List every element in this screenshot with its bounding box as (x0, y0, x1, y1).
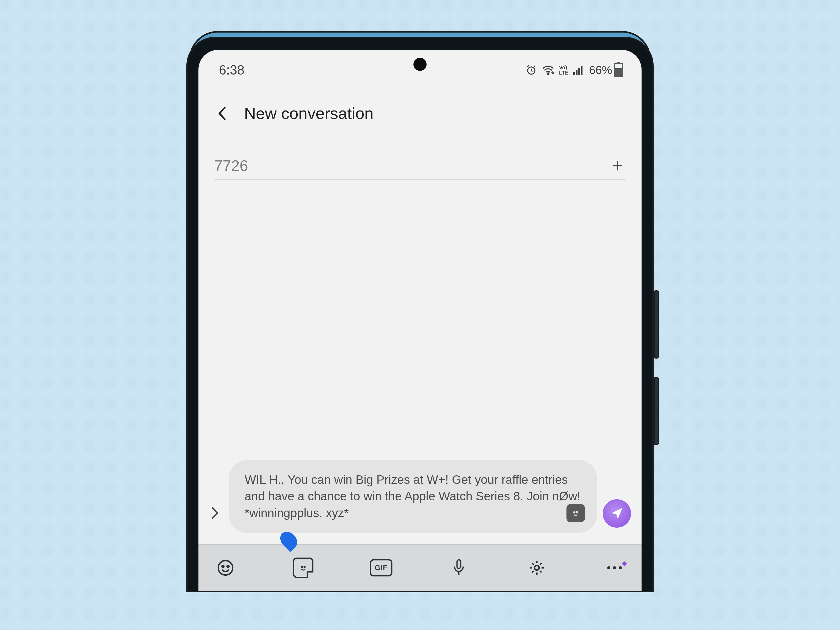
screen: 6:38 (199, 50, 641, 591)
expand-button[interactable] (206, 505, 223, 521)
keyboard-toolbar: GIF (199, 545, 641, 591)
svg-rect-3 (576, 70, 577, 75)
svg-point-11 (302, 566, 303, 567)
svg-point-1 (547, 73, 549, 74)
side-button-volume (654, 291, 659, 358)
svg-point-7 (576, 512, 578, 513)
svg-point-6 (573, 512, 575, 513)
volte-icon: Vo) LTE (559, 65, 568, 75)
conversation-area: WIL H., You can win Big Prizes at W+! Ge… (199, 180, 641, 545)
compose-row: WIL H., You can win Big Prizes at W+! Ge… (206, 460, 631, 533)
battery-percent: 66% (589, 63, 612, 77)
svg-point-10 (227, 565, 229, 567)
svg-point-9 (222, 565, 224, 567)
svg-point-8 (218, 561, 233, 575)
phone-frame: 6:38 (186, 37, 654, 592)
svg-rect-2 (573, 72, 575, 75)
svg-rect-5 (581, 66, 583, 75)
status-icons: Vo) LTE 66% (526, 63, 623, 77)
wifi-icon (542, 65, 554, 75)
svg-point-12 (304, 566, 305, 567)
back-button[interactable] (213, 104, 232, 123)
sticker-button-inline[interactable] (567, 504, 585, 523)
more-button[interactable] (603, 556, 626, 579)
svg-rect-4 (578, 68, 580, 75)
recipient-field[interactable]: 7726 (214, 157, 626, 180)
front-camera (414, 58, 426, 71)
svg-rect-13 (457, 560, 461, 568)
add-recipient-button[interactable] (609, 157, 626, 174)
settings-button[interactable] (526, 556, 548, 579)
phone-body: 6:38 (186, 37, 654, 592)
sticker-button[interactable] (292, 556, 314, 579)
message-input[interactable]: WIL H., You can win Big Prizes at W+! Ge… (229, 460, 597, 533)
battery-indicator: 66% (589, 63, 623, 77)
notification-dot-icon (622, 562, 627, 566)
send-button[interactable] (603, 499, 631, 527)
status-time: 6:38 (219, 63, 245, 78)
side-button-power (654, 377, 659, 445)
signal-icon (573, 65, 584, 75)
recipient-value: 7726 (214, 157, 248, 174)
message-text: WIL H., You can win Big Prizes at W+! Ge… (245, 473, 580, 520)
conversation-header: New conversation (199, 81, 641, 134)
svg-point-14 (534, 565, 539, 570)
gif-button[interactable]: GIF (370, 556, 392, 579)
emoji-button[interactable] (214, 556, 237, 579)
voice-button[interactable] (448, 556, 470, 579)
alarm-icon (526, 64, 537, 76)
battery-icon (614, 63, 623, 77)
page-title: New conversation (244, 104, 374, 123)
